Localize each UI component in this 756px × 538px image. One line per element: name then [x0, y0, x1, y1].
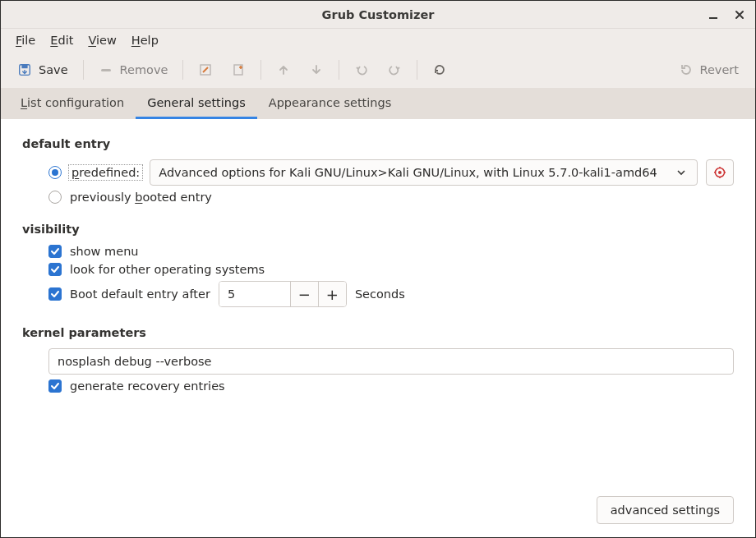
- recovery-row: generate recovery entries: [48, 377, 734, 395]
- toolbar-separator: [260, 60, 261, 80]
- look-os-row: look for other operating systems: [48, 260, 734, 278]
- arrow-up-icon: [276, 62, 291, 77]
- redo-button[interactable]: [380, 57, 408, 83]
- boot-after-label[interactable]: Boot default entry after: [70, 287, 210, 301]
- kernel-heading: kernel parameters: [22, 326, 734, 339]
- section-visibility: visibility show menu look for other oper…: [22, 223, 734, 310]
- previous-entry-label[interactable]: previously booted entry: [70, 191, 212, 204]
- window-title: Grub Customizer: [322, 8, 435, 21]
- default-entry-combo[interactable]: Advanced options for Kali GNU/Linux>Kali…: [150, 159, 698, 186]
- timeout-increase[interactable]: +: [318, 282, 346, 306]
- default-entry-combo-value: Advanced options for Kali GNU/Linux>Kali…: [159, 166, 674, 179]
- content-area: default entry predefined: Advanced optio…: [1, 119, 755, 537]
- save-icon: [17, 62, 32, 77]
- toolbar-separator: [339, 60, 339, 80]
- radio-previous-entry[interactable]: [48, 191, 62, 204]
- boot-after-row: Boot default entry after − + Seconds: [48, 278, 734, 310]
- show-menu-label[interactable]: show menu: [70, 245, 139, 258]
- checkbox-boot-after[interactable]: [48, 287, 62, 301]
- new-entry-button[interactable]: [224, 57, 252, 83]
- minimize-button[interactable]: [703, 4, 724, 25]
- toolbar-separator: [83, 60, 84, 80]
- predefined-label[interactable]: predefined:: [70, 166, 141, 179]
- clear-default-entry-button[interactable]: [706, 159, 734, 186]
- seconds-label: Seconds: [355, 287, 405, 301]
- tab-list-configuration[interactable]: List configuration: [9, 88, 136, 119]
- save-label: Save: [39, 63, 68, 76]
- kernel-parameters-input[interactable]: [48, 348, 734, 375]
- reload-icon: [432, 62, 447, 77]
- target-icon: [712, 165, 727, 180]
- menu-help[interactable]: Help: [125, 32, 165, 48]
- close-icon: [732, 7, 747, 22]
- toolbar-separator: [182, 60, 183, 80]
- remove-button[interactable]: Remove: [92, 57, 175, 83]
- timeout-decrease[interactable]: −: [290, 282, 318, 306]
- save-button[interactable]: Save: [11, 57, 75, 83]
- show-menu-row: show menu: [48, 242, 734, 260]
- kernel-input-row: [48, 346, 734, 377]
- svg-rect-2: [21, 65, 27, 69]
- revert-button[interactable]: Revert: [672, 57, 746, 83]
- toolbar-separator: [417, 60, 417, 80]
- toolbar: Save Remove: [1, 52, 755, 88]
- checkbox-show-menu[interactable]: [48, 245, 62, 258]
- svg-point-7: [718, 171, 721, 174]
- predefined-row: predefined: Advanced options for Kali GN…: [48, 157, 734, 188]
- new-icon: [231, 62, 246, 77]
- menubar: File Edit View Help: [1, 29, 755, 52]
- section-default-entry: default entry predefined: Advanced optio…: [22, 137, 734, 206]
- radio-predefined[interactable]: [48, 166, 62, 179]
- redo-icon: [387, 62, 402, 77]
- footer: advanced settings: [22, 488, 734, 524]
- timeout-input[interactable]: [219, 282, 290, 306]
- edit-icon: [198, 62, 213, 77]
- remove-label: Remove: [120, 63, 168, 76]
- svg-rect-0: [709, 17, 717, 19]
- tabbar: List configuration General settings Appe…: [1, 88, 755, 119]
- undo-icon: [354, 62, 369, 77]
- default-entry-heading: default entry: [22, 137, 734, 150]
- look-os-label[interactable]: look for other operating systems: [70, 263, 265, 276]
- undo-button[interactable]: [348, 57, 376, 83]
- reload-button[interactable]: [426, 57, 454, 83]
- advanced-settings-button[interactable]: advanced settings: [597, 496, 734, 524]
- menu-edit[interactable]: Edit: [44, 32, 80, 48]
- menu-file[interactable]: File: [9, 32, 42, 48]
- menu-view[interactable]: View: [81, 32, 122, 48]
- checkbox-recovery[interactable]: [48, 379, 62, 393]
- checkbox-look-os[interactable]: [48, 263, 62, 276]
- close-button[interactable]: [729, 4, 750, 25]
- timeout-spin: − +: [219, 281, 347, 307]
- revert-label: Revert: [700, 63, 740, 76]
- app-window: Grub Customizer File Edit View Help: [0, 0, 756, 538]
- tab-appearance-settings[interactable]: Appearance settings: [257, 88, 403, 119]
- move-down-button[interactable]: [302, 57, 330, 83]
- chevron-down-icon: [674, 165, 689, 180]
- section-kernel-parameters: kernel parameters generate recovery entr…: [22, 326, 734, 395]
- remove-icon: [99, 62, 113, 77]
- previous-row: previously booted entry: [48, 188, 734, 206]
- svg-rect-3: [101, 69, 111, 71]
- window-controls: [703, 1, 750, 28]
- minimize-icon: [706, 7, 721, 22]
- recovery-label[interactable]: generate recovery entries: [70, 379, 225, 393]
- titlebar: Grub Customizer: [1, 1, 755, 29]
- visibility-heading: visibility: [22, 223, 734, 236]
- arrow-down-icon: [309, 62, 324, 77]
- edit-entry-button[interactable]: [191, 57, 219, 83]
- move-up-button[interactable]: [270, 57, 297, 83]
- tab-general-settings[interactable]: General settings: [136, 88, 257, 119]
- revert-icon: [679, 62, 694, 77]
